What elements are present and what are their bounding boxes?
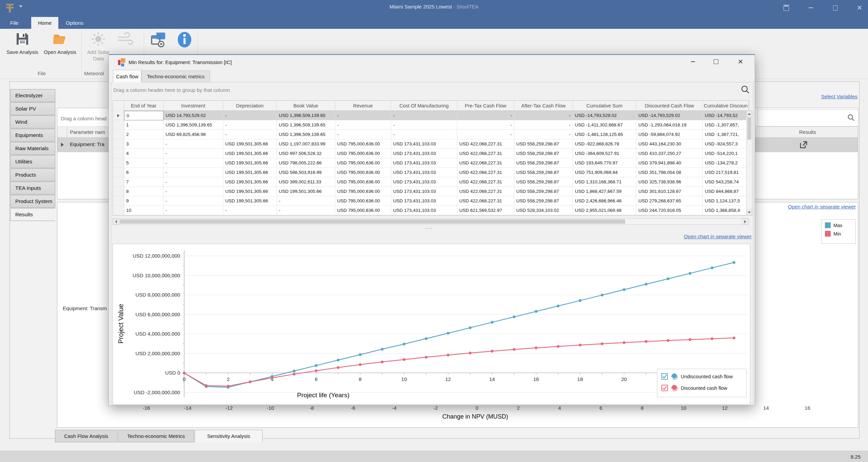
minimize-button[interactable] <box>803 3 818 13</box>
cell[interactable]: USD -59,864,074.92 <box>636 130 703 139</box>
cell[interactable]: - <box>391 111 457 120</box>
open-analysis-button[interactable]: Open Analysis <box>41 31 79 55</box>
cell[interactable]: USD 173,431,103.03 <box>391 139 457 149</box>
cell[interactable]: USD 798,005,222.66 <box>277 158 335 168</box>
cell[interactable]: USD 199,501,305.66 <box>223 168 277 177</box>
cell[interactable]: - <box>223 206 277 215</box>
row-expand-icon[interactable] <box>61 143 64 147</box>
cell[interactable]: USD -14,793,529.02 <box>636 111 703 120</box>
ribbon-tab-file[interactable]: File <box>3 17 25 29</box>
bottom-tab-cash-flow-analysis[interactable]: Cash Flow Analysis <box>55 430 117 442</box>
column-header-pre-tax-cash-flow[interactable]: Pre-Tax Cash Flow <box>457 101 514 111</box>
background-open-chart-link[interactable]: Open chart in separate viewer <box>788 204 856 209</box>
cell[interactable]: USD 795,000,636.00 <box>335 206 391 215</box>
cell[interactable]: - <box>163 168 223 177</box>
close-button[interactable]: ✕ <box>852 3 867 13</box>
column-header-after-tax-cash-flow[interactable]: After-Tax Cash Flow <box>514 101 573 111</box>
sidebar-item-utilities[interactable]: Utilities <box>10 155 55 168</box>
ribbon-tab-home[interactable]: Home <box>31 17 58 29</box>
select-variables-link[interactable]: Select Variables <box>815 94 857 99</box>
cell[interactable]: USD 410,337,250.27 <box>636 149 703 158</box>
sidebar-item-tea-inputs[interactable]: TEA Inputs <box>10 182 55 195</box>
table-search-icon[interactable] <box>741 85 750 94</box>
cell[interactable]: USD 1,868,427,667.59 <box>573 187 636 196</box>
cell[interactable]: USD 2,955,021,069.48 <box>573 206 636 215</box>
column-header-depreciation[interactable]: Depreciation <box>223 101 277 111</box>
cell[interactable]: USD 795,000,636.00 <box>335 168 391 177</box>
cell[interactable]: - <box>391 130 457 139</box>
cell[interactable]: USD 2,426,686,966.46 <box>573 196 636 206</box>
cell[interactable]: USD 795,000,636.00 <box>335 139 391 149</box>
cell[interactable]: - <box>223 130 277 139</box>
cell[interactable]: 1 <box>124 120 163 130</box>
cell[interactable]: USD 351,798,054.08 <box>636 168 703 177</box>
dialog-minimize-button[interactable] <box>686 57 700 66</box>
row-header[interactable] <box>113 168 124 177</box>
cell[interactable]: - <box>335 111 391 120</box>
cell[interactable]: USD 1,396,509,139.65 <box>277 111 335 120</box>
vertical-scroll-thumb[interactable] <box>747 117 751 140</box>
cell[interactable]: USD 598,503,916.99 <box>277 168 335 177</box>
cell[interactable]: USD -134,278,2 <box>703 158 749 168</box>
cell[interactable]: USD 173,431,103.03 <box>391 206 457 215</box>
layout-panel-button[interactable] <box>779 3 794 13</box>
cell[interactable]: - <box>163 177 223 187</box>
cell[interactable]: USD 795,000,636.00 <box>335 149 391 158</box>
cell[interactable]: 3 <box>124 139 163 149</box>
cell[interactable]: USD 795,000,636.00 <box>335 196 391 206</box>
cell[interactable]: USD 558,259,298.87 <box>514 168 573 177</box>
cell[interactable]: USD 199,501,305.66 <box>223 149 277 158</box>
cell[interactable]: USD 217,519,81 <box>703 168 749 177</box>
row-header[interactable] <box>113 158 124 168</box>
cell[interactable]: USD 173,431,103.03 <box>391 168 457 177</box>
cell[interactable]: USD -924,557,3 <box>703 139 749 149</box>
cell[interactable]: USD 173,431,103.03 <box>391 177 457 187</box>
cell[interactable]: USD 558,259,298.87 <box>514 139 573 149</box>
series-checkbox[interactable] <box>661 373 668 380</box>
scroll-left-button[interactable] <box>113 219 119 224</box>
cell[interactable]: USD 1,310,168,368.71 <box>573 177 636 187</box>
cell[interactable]: USD -14,793,52 <box>703 111 749 120</box>
table-row[interactable]: 8-USD 199,501,305.66USD 199,501,305.66US… <box>113 187 749 196</box>
cell[interactable]: - <box>335 120 391 130</box>
cell[interactable]: - <box>457 120 514 130</box>
row-header[interactable] <box>113 120 124 130</box>
cell[interactable]: USD 422,068,227.31 <box>457 139 514 149</box>
scroll-down-button[interactable] <box>747 209 752 215</box>
table-row[interactable]: 3-USD 199,501,305.66USD 1,197,007,833.99… <box>113 139 749 149</box>
dialog-open-chart-link[interactable]: Open chart in separate viewer <box>684 234 752 239</box>
scroll-right-button[interactable] <box>742 219 748 224</box>
ribbon-tab-options[interactable]: Options <box>59 17 90 29</box>
cell[interactable]: USD 1,197,007,833.99 <box>277 139 335 149</box>
column-header-cost-of-manufacturing[interactable]: Cost Of Manufacturing <box>391 101 457 111</box>
cell[interactable]: - <box>163 187 223 196</box>
scroll-up-button[interactable] <box>747 111 752 117</box>
cell[interactable]: - <box>163 206 223 215</box>
row-header[interactable] <box>113 130 124 139</box>
cell[interactable]: USD 422,068,227.31 <box>457 149 514 158</box>
table-row[interactable]: 2USD 69,825,456.98-USD 1,396,509,139.65-… <box>113 130 749 139</box>
cell[interactable]: 10 <box>124 206 163 215</box>
column-header-revenue[interactable]: Revenue <box>335 101 391 111</box>
cell[interactable]: USD 399,002,611.33 <box>277 177 335 187</box>
cell[interactable]: USD 199,501,305.66 <box>223 177 277 187</box>
row-header[interactable] <box>113 139 124 149</box>
background-search-input[interactable] <box>757 109 859 126</box>
sidebar-item-products[interactable]: Products <box>10 168 55 181</box>
cell[interactable]: USD 199,501,305.66 <box>223 139 277 149</box>
cell[interactable]: 4 <box>124 149 163 158</box>
horizontal-scroll-thumb[interactable] <box>120 219 625 224</box>
cell[interactable]: 9 <box>124 196 163 206</box>
cell[interactable]: - <box>163 196 223 206</box>
cell[interactable]: USD 199,501,305.66 <box>277 187 335 196</box>
splitter-handle[interactable]: ··· <box>425 225 432 232</box>
cell[interactable]: USD 558,259,298.87 <box>514 187 573 196</box>
table-row[interactable]: 6-USD 199,501,305.66USD 598,503,916.99US… <box>113 168 749 177</box>
cell[interactable]: USD 422,068,227.31 <box>457 158 514 168</box>
cell[interactable]: USD 558,259,298.87 <box>514 149 573 158</box>
cell[interactable]: - <box>223 111 277 120</box>
cell[interactable]: USD 1,368,858,4 <box>703 206 749 215</box>
cell[interactable]: USD 543,258,74 <box>703 177 749 187</box>
cell[interactable]: USD 173,431,103.03 <box>391 149 457 158</box>
cell[interactable]: USD 621,569,532.97 <box>457 206 514 215</box>
